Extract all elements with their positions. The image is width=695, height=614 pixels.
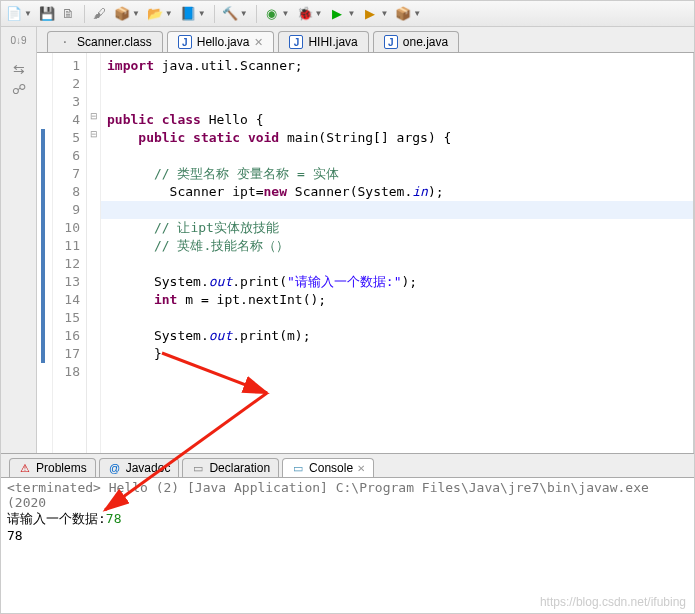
code-line[interactable] — [101, 201, 693, 219]
bottom-tab-problems[interactable]: ⚠Problems — [9, 458, 96, 477]
code-line[interactable]: // 让ipt实体放技能 — [101, 219, 693, 237]
ruler-icon-area: 0↓9 — [1, 27, 37, 53]
java-file-icon: J — [178, 35, 192, 49]
tab-label: Scanner.class — [77, 35, 152, 49]
code-line[interactable]: // 英雄.技能名称（） — [101, 237, 693, 255]
code-line[interactable]: System.out.print(m); — [101, 327, 693, 345]
tab-label: HIHI.java — [308, 35, 357, 49]
class-file-icon: · — [58, 35, 72, 49]
dropdown-arrow[interactable]: ▼ — [165, 9, 173, 18]
toolbar-icon[interactable]: 📦 — [394, 5, 412, 23]
code-area[interactable]: import java.util.Scanner;public class He… — [101, 53, 693, 453]
dropdown-arrow[interactable]: ▼ — [198, 9, 206, 18]
toolbar-icon[interactable]: 💾 — [38, 5, 56, 23]
tab-icon: ⚠ — [18, 461, 32, 475]
toolbar-icon[interactable]: 📂 — [146, 5, 164, 23]
console-output-value: 78 — [7, 528, 688, 543]
code-line[interactable] — [101, 93, 693, 111]
dropdown-arrow[interactable]: ▼ — [132, 9, 140, 18]
code-editor[interactable]: 123456789101112131415161718 ⊟⊟ import ja… — [37, 53, 694, 453]
bottom-panel: ⚠Problems@Javadoc▭Declaration▭Console✕ <… — [1, 453, 694, 613]
dropdown-arrow[interactable]: ▼ — [24, 9, 32, 18]
tab-icon: ▭ — [191, 461, 205, 475]
code-line[interactable]: } — [101, 345, 693, 363]
code-line[interactable]: public static void main(String[] args) { — [101, 129, 693, 147]
debug-icon[interactable]: 🐞 — [296, 5, 314, 23]
code-line[interactable]: // 类型名称 变量名称 = 实体 — [101, 165, 693, 183]
tab-label: Declaration — [209, 461, 270, 475]
toolbar-icon[interactable]: ▶ — [361, 5, 379, 23]
code-line[interactable] — [101, 309, 693, 327]
console-status: <terminated> Hello (2) [Java Application… — [7, 480, 688, 510]
fold-column: ⊟⊟ — [87, 53, 101, 453]
toolbar-icon[interactable]: ◉ — [263, 5, 281, 23]
toolbar-separator — [256, 5, 257, 23]
tab-label: Problems — [36, 461, 87, 475]
tab-label: Hello.java — [197, 35, 250, 49]
console-input-value: 78 — [106, 511, 122, 526]
code-line[interactable] — [101, 75, 693, 93]
run-icon[interactable]: ▶ — [328, 5, 346, 23]
tab-icon: @ — [108, 461, 122, 475]
toolbar-icon[interactable]: 🔨 — [221, 5, 239, 23]
toolbar-separator — [84, 5, 85, 23]
java-file-icon: J — [384, 35, 398, 49]
dropdown-arrow[interactable]: ▼ — [240, 9, 248, 18]
outline-icon[interactable]: ⇆ — [11, 61, 27, 77]
main-toolbar: 📄▼ 💾 🗎 🖌 📦▼ 📂▼ 📘▼ 🔨▼ ◉▼ 🐞▼ ▶▼ ▶▼ 📦▼ — [1, 1, 694, 27]
tab-label: Javadoc — [126, 461, 171, 475]
bottom-tab-javadoc[interactable]: @Javadoc — [99, 458, 180, 477]
toolbar-icon[interactable]: 🗎 — [60, 5, 78, 23]
code-line[interactable]: int m = ipt.nextInt(); — [101, 291, 693, 309]
left-gutter: ⇆ ☍ — [1, 53, 37, 453]
code-line[interactable]: public class Hello { — [101, 111, 693, 129]
console-output[interactable]: <terminated> Hello (2) [Java Application… — [1, 478, 694, 545]
toolbar-icon[interactable]: 📄 — [5, 5, 23, 23]
editor-tab[interactable]: JHello.java✕ — [167, 31, 275, 52]
bottom-tab-declaration[interactable]: ▭Declaration — [182, 458, 279, 477]
bottom-tabs: ⚠Problems@Javadoc▭Declaration▭Console✕ — [1, 454, 694, 478]
dropdown-arrow[interactable]: ▼ — [315, 9, 323, 18]
code-line[interactable]: System.out.print("请输入一个数据:"); — [101, 273, 693, 291]
editor-tab[interactable]: JHIHI.java — [278, 31, 368, 52]
link-icon[interactable]: ☍ — [11, 81, 27, 97]
bottom-tab-console[interactable]: ▭Console✕ — [282, 458, 374, 477]
dropdown-arrow[interactable]: ▼ — [380, 9, 388, 18]
tab-label: Console — [309, 461, 353, 475]
margin-column — [37, 53, 53, 453]
tab-icon: ▭ — [291, 461, 305, 475]
ruler-icon[interactable]: 0↓9 — [10, 31, 28, 49]
toolbar-icon[interactable]: 📘 — [179, 5, 197, 23]
editor-tab[interactable]: Jone.java — [373, 31, 459, 52]
code-line[interactable]: import java.util.Scanner; — [101, 57, 693, 75]
editor-tab[interactable]: ·Scanner.class — [47, 31, 163, 52]
watermark: https://blog.csdn.net/ifubing — [540, 595, 686, 609]
close-icon[interactable]: ✕ — [254, 36, 263, 49]
dropdown-arrow[interactable]: ▼ — [347, 9, 355, 18]
dropdown-arrow[interactable]: ▼ — [282, 9, 290, 18]
toolbar-icon[interactable]: 📦 — [113, 5, 131, 23]
tab-label: one.java — [403, 35, 448, 49]
console-line: 请输入一个数据:78 — [7, 510, 688, 528]
code-line[interactable]: Scanner ipt=new Scanner(System.in); — [101, 183, 693, 201]
line-numbers: 123456789101112131415161718 — [53, 53, 87, 453]
close-icon[interactable]: ✕ — [357, 463, 365, 474]
toolbar-separator — [214, 5, 215, 23]
java-file-icon: J — [289, 35, 303, 49]
code-line[interactable] — [101, 255, 693, 273]
editor-tabs: ·Scanner.classJHello.java✕JHIHI.javaJone… — [37, 27, 694, 53]
toolbar-icon[interactable]: 🖌 — [91, 5, 109, 23]
dropdown-arrow[interactable]: ▼ — [413, 9, 421, 18]
code-line[interactable] — [101, 363, 693, 381]
code-line[interactable] — [101, 147, 693, 165]
